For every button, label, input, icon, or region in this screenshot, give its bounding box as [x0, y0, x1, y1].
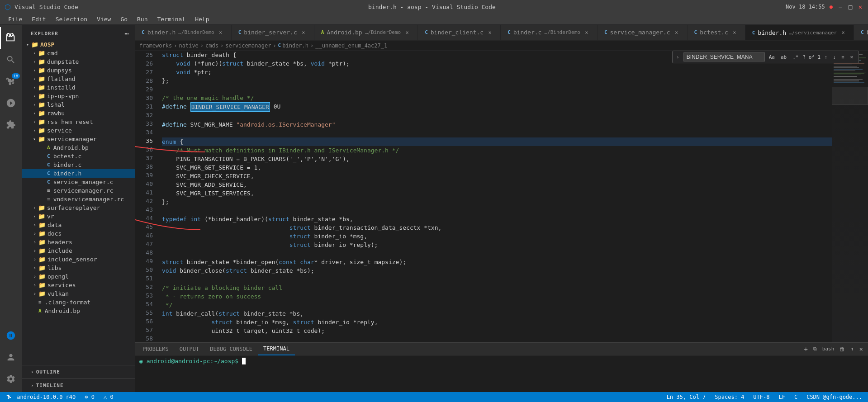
tree-item-vr[interactable]: › 📁 vr	[22, 212, 135, 221]
breadcrumb-part-native[interactable]: native	[179, 43, 198, 49]
menu-help[interactable]: Help	[191, 15, 213, 24]
tab-binder-server-c[interactable]: C binder_server.c ×	[232, 25, 314, 40]
tree-item-include-sensor[interactable]: › 📁 include_sensor	[22, 255, 135, 264]
tree-item-clang-format[interactable]: › ≡ .clang-format	[22, 298, 135, 307]
code-editor-content[interactable]: struct binder_death { void (*func)(struc…	[157, 51, 832, 342]
breadcrumb-part-binder-h[interactable]: binder.h	[282, 43, 308, 49]
tree-item-vulkan[interactable]: › 📁 vulkan	[22, 289, 135, 298]
terminal-tab-problems[interactable]: PROBLEMS	[137, 343, 174, 355]
tab-binde-ellipsis[interactable]: C binde... ×	[854, 25, 868, 40]
tree-item-ip-up-vpn[interactable]: › 📁 ip-up-vpn	[22, 92, 135, 100]
tree-root-aosp[interactable]: ▾ 📁 AOSP	[22, 40, 135, 49]
tab-close-icon[interactable]: ×	[217, 29, 224, 36]
tab-close-icon[interactable]: ×	[300, 29, 307, 36]
terminal-maximize-button[interactable]: ⬆	[848, 346, 856, 352]
tab-bctest-c[interactable]: C bctest.c ×	[688, 25, 745, 40]
tab-binder-h-active[interactable]: C binder.h …/servicemanager ×	[745, 25, 854, 40]
menu-go[interactable]: Go	[117, 15, 131, 24]
tree-item-binder-c[interactable]: › C binder.c	[22, 161, 135, 169]
menu-view[interactable]: View	[93, 15, 114, 24]
tree-item-dumpstate[interactable]: › 📁 dumpstate	[22, 57, 135, 66]
tree-item-android-bp[interactable]: › A Android.bp	[22, 143, 135, 152]
timeline-header[interactable]: › TIMELINE	[22, 381, 135, 390]
tab-android-bp[interactable]: A Android.bp …/BinderDemo ×	[314, 25, 418, 40]
tab-close-icon[interactable]: ×	[731, 29, 738, 36]
tab-close-icon[interactable]: ×	[403, 29, 411, 36]
activity-remote[interactable]	[0, 325, 22, 346]
tab-close-icon[interactable]: ×	[673, 29, 680, 36]
tree-item-data[interactable]: › 📁 data	[22, 221, 135, 229]
menu-terminal[interactable]: Terminal	[154, 15, 190, 24]
find-widget[interactable]: › Aa ab .* ? of 1 ↑ ↓ ≡ ×	[672, 51, 859, 63]
terminal-add-button[interactable]: +	[801, 345, 810, 353]
find-more-options[interactable]: ≡	[840, 53, 846, 61]
tree-item-vndservicemanager-rc[interactable]: › ≡ vndservicemanager.rc	[22, 195, 135, 203]
status-csdn[interactable]: CSDN @gfn-gode...	[804, 394, 864, 400]
tab-close-icon[interactable]: ×	[486, 29, 493, 36]
find-close-button[interactable]: ×	[849, 53, 855, 61]
find-case-sensitive[interactable]: Aa	[767, 53, 777, 61]
activity-extensions[interactable]	[0, 114, 22, 136]
tree-item-binder-h[interactable]: › C binder.h	[22, 169, 135, 178]
tree-item-servicemanager[interactable]: ▾ 📁 servicemanager	[22, 135, 135, 143]
tab-service-manager-c[interactable]: C service_manager.c ×	[598, 25, 688, 40]
status-eol[interactable]: LF	[776, 394, 787, 400]
tree-item-libs[interactable]: › 📁 libs	[22, 264, 135, 272]
status-spaces[interactable]: Spaces: 4	[712, 394, 746, 400]
activity-settings[interactable]	[0, 368, 22, 390]
status-encoding[interactable]: UTF-8	[751, 394, 772, 400]
find-input[interactable]	[683, 52, 765, 61]
tab-close-icon[interactable]: ×	[583, 29, 590, 36]
breadcrumb-part-cmds[interactable]: cmds	[205, 43, 218, 49]
status-position[interactable]: Ln 35, Col 7	[664, 394, 708, 400]
terminal-bash-label[interactable]: bash	[820, 346, 837, 352]
activity-search[interactable]	[0, 49, 22, 71]
find-prev-button[interactable]: ↑	[823, 53, 829, 61]
find-whole-word[interactable]: ab	[779, 53, 788, 61]
tree-item-android-bp-root[interactable]: › A Android.bp	[22, 307, 135, 315]
terminal-tab-debug-console[interactable]: DEBUG CONSOLE	[204, 343, 258, 355]
tree-item-include[interactable]: › 📁 include	[22, 246, 135, 255]
activity-account[interactable]	[0, 346, 22, 368]
outline-header[interactable]: › OUTLINE	[22, 368, 135, 376]
activity-explorer[interactable]	[0, 27, 22, 49]
tree-item-lshal[interactable]: › 📁 lshal	[22, 100, 135, 109]
minimize-button[interactable]: −	[837, 4, 844, 10]
find-regex[interactable]: .*	[791, 53, 800, 61]
tree-item-service[interactable]: › 📁 service	[22, 126, 135, 135]
tree-item-servicemanager-rc[interactable]: › ≡ servicemanager.rc	[22, 186, 135, 195]
tree-item-rss-hwm-reset[interactable]: › 📁 rss_hwm_reset	[22, 118, 135, 126]
terminal-tab-terminal[interactable]: TERMINAL	[258, 343, 295, 355]
tree-item-docs[interactable]: › 📁 docs	[22, 229, 135, 238]
activity-source-control[interactable]: 18	[0, 71, 22, 92]
tree-item-service-manager-c[interactable]: › C service_manager.c	[22, 178, 135, 186]
tree-item-rawbu[interactable]: › 📁 rawbu	[22, 109, 135, 118]
tree-item-flatland[interactable]: › 📁 flatland	[22, 75, 135, 83]
tree-item-bctest-c[interactable]: › C bctest.c	[22, 152, 135, 161]
tab-binder-client-c[interactable]: C binder_client.c ×	[418, 25, 501, 40]
tree-item-dumpsys[interactable]: › 📁 dumpsys	[22, 66, 135, 75]
menu-run[interactable]: Run	[133, 15, 151, 24]
file-tree[interactable]: ▾ 📁 AOSP › 📁 cmd › 📁 dumpstate › 📁 dumps…	[22, 40, 135, 365]
terminal-split-button[interactable]: ⧉	[811, 346, 820, 352]
close-button[interactable]: ✕	[857, 4, 863, 10]
tab-binder-c-binderdemo[interactable]: C binder.c …/BinderDemo ×	[501, 25, 598, 40]
terminal-close-button[interactable]: ×	[857, 345, 866, 353]
breadcrumb-part-servicemanager[interactable]: servicemanager	[225, 43, 271, 49]
status-language[interactable]: C	[792, 394, 800, 400]
status-warnings[interactable]: △ 0	[101, 394, 116, 400]
status-errors[interactable]: ⊗ 0	[82, 394, 97, 400]
breadcrumb-part-enum[interactable]: __unnamed_enum_4ac27_1	[315, 43, 387, 49]
tree-item-services[interactable]: › 📁 services	[22, 281, 135, 289]
status-branch[interactable]: android-10.0.0_r40	[4, 394, 78, 401]
tab-binder-h-binderdemo[interactable]: C binder.h …/BinderDemo ×	[135, 25, 232, 40]
tree-item-cmd[interactable]: › 📁 cmd	[22, 49, 135, 57]
tab-close-icon[interactable]: ×	[840, 29, 847, 36]
breadcrumb-part-frameworks[interactable]: frameworks	[139, 43, 172, 49]
tree-item-headers[interactable]: › 📁 headers	[22, 238, 135, 246]
activity-run[interactable]	[0, 92, 22, 114]
terminal-tab-output[interactable]: OUTPUT	[174, 343, 204, 355]
tree-item-installd[interactable]: › 📁 installd	[22, 83, 135, 92]
maximize-button[interactable]: □	[847, 4, 854, 10]
menu-file[interactable]: File	[5, 15, 26, 24]
